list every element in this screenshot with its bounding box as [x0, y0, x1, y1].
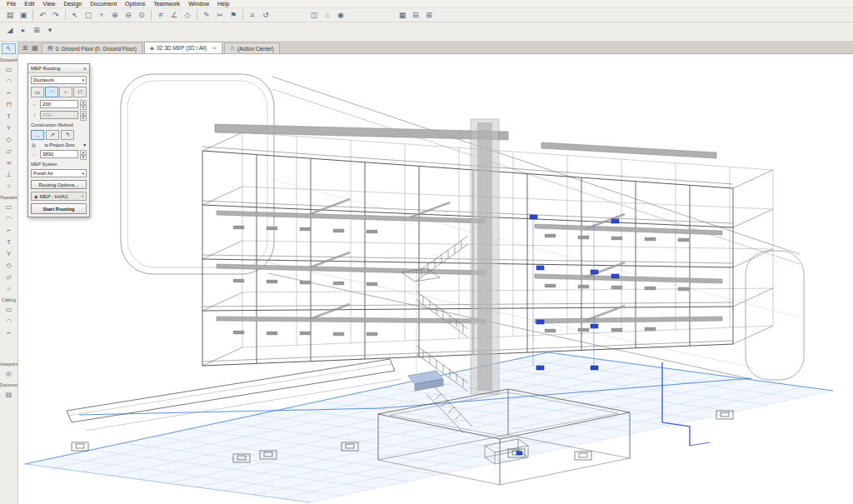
- layers-icon[interactable]: ≡: [246, 9, 259, 21]
- run-icon[interactable]: ▸: [17, 24, 30, 36]
- vertical-method-button[interactable]: ↰: [61, 130, 74, 140]
- toolbox-section-cabling: Cabling ▭ ◠ ⌐: [2, 295, 16, 339]
- pipe-tool-icon[interactable]: ○: [2, 283, 16, 294]
- grid-icon[interactable]: #: [154, 9, 167, 21]
- reference-level-dropdown[interactable]: ◎ to Project Zero ▾: [31, 142, 87, 147]
- cable-tool-icon[interactable]: ▭: [2, 304, 16, 315]
- tab-3d-mep[interactable]: ◈ 02 3D MEP (3D / All) ×: [144, 42, 222, 53]
- duct-width-field[interactable]: 200: [40, 100, 78, 108]
- 3d-view-icon[interactable]: ◉: [334, 9, 347, 21]
- duct-tool-icon[interactable]: ⊥: [2, 169, 16, 180]
- trim-icon[interactable]: ✂: [213, 9, 227, 21]
- menu-options[interactable]: Options: [121, 1, 149, 7]
- corner-marker-icon[interactable]: ◢: [3, 24, 17, 36]
- close-icon[interactable]: ×: [83, 66, 87, 72]
- toolbar-separator: [32, 10, 33, 20]
- element-type-dropdown[interactable]: Ductwork ▾: [31, 76, 87, 84]
- vertical-segment-button[interactable]: ⊓: [73, 87, 87, 97]
- elevation-stepper[interactable]: ▲▼: [80, 150, 87, 158]
- snap-points-icon[interactable]: ◇: [181, 9, 194, 21]
- save-icon[interactable]: ▣: [17, 9, 30, 21]
- mep-hvac-group-row[interactable]: ◈ MEP - HVAC ›: [31, 192, 87, 201]
- panels-icon[interactable]: ◫: [307, 9, 321, 21]
- tab-overview-icon[interactable]: ≣: [20, 42, 30, 52]
- duct-tool-icon[interactable]: ≍: [2, 157, 16, 168]
- pipe-tool-icon[interactable]: ⌐: [2, 225, 16, 236]
- more-options-icon[interactable]: ▾: [43, 24, 57, 36]
- zoom-in-icon[interactable]: ⊕: [108, 9, 122, 21]
- pipe-tool-icon[interactable]: ◠: [2, 213, 16, 224]
- collapse-icon[interactable]: ⊟: [409, 9, 422, 21]
- palette-title-bar[interactable]: MEP Routing ×: [28, 64, 89, 73]
- close-tab-icon[interactable]: ×: [212, 44, 217, 52]
- width-stepper[interactable]: ▲▼: [80, 100, 87, 108]
- inclined-method-button[interactable]: ↗: [46, 130, 59, 140]
- toolbox-label-cabling: Cabling: [2, 297, 16, 302]
- duct-tool-icon[interactable]: Y: [2, 122, 16, 133]
- duct-tool-icon[interactable]: ○: [2, 181, 16, 192]
- menu-document[interactable]: Document: [86, 1, 121, 7]
- mep-system-value: Fresh Air: [33, 171, 53, 176]
- flag-icon[interactable]: ⚑: [227, 9, 240, 21]
- tab-action-center[interactable]: ⚠ (Action Center): [224, 42, 280, 53]
- 3d-viewport[interactable]: MEP Routing × Ductwork ▾ ▭ ◠ ⌐ ⊓: [18, 54, 853, 504]
- mep-system-dropdown[interactable]: Fresh Air ▾: [31, 169, 87, 177]
- guide-lines-icon[interactable]: ∠: [167, 9, 181, 21]
- routing-options-button[interactable]: Routing Options...: [31, 180, 87, 189]
- marquee-icon[interactable]: ▢: [82, 9, 95, 21]
- toolbar-separator: [151, 10, 152, 20]
- duct-tool-icon[interactable]: ◠: [2, 76, 16, 87]
- viewpoint-tool-icon[interactable]: ◎: [2, 368, 16, 379]
- bend-segment-button[interactable]: ⌐: [59, 87, 72, 97]
- duct-tool-icon[interactable]: ⊓: [2, 99, 16, 110]
- toolbox-label-pipework: Pipework: [0, 195, 17, 200]
- duct-tool-icon[interactable]: ◇: [2, 134, 16, 145]
- duct-tool-icon[interactable]: T: [2, 111, 16, 122]
- tab-ground-floor[interactable]: ▤ 0. Ground Floor (0. Ground Floor): [42, 42, 142, 53]
- menu-help[interactable]: Help: [213, 1, 233, 7]
- open-icon[interactable]: ▤: [3, 9, 17, 21]
- arrow-tool[interactable]: ↖: [2, 43, 16, 54]
- tab-label: 0. Ground Floor (0. Ground Floor): [56, 46, 137, 52]
- duct-tool-icon[interactable]: ▱: [2, 146, 16, 157]
- refresh-icon[interactable]: ↺: [259, 9, 272, 21]
- elevation-field[interactable]: 3892: [40, 150, 78, 158]
- pipe-tool-icon[interactable]: Y: [2, 248, 16, 259]
- mini-grid-icon[interactable]: ⊞: [30, 24, 43, 36]
- undo-icon[interactable]: ↶: [36, 9, 49, 21]
- menu-edit[interactable]: Edit: [20, 1, 38, 7]
- start-routing-button[interactable]: Start Routing: [31, 203, 87, 214]
- duct-tool-icon[interactable]: ⌐: [2, 87, 16, 98]
- toolbar-separator: [242, 10, 243, 20]
- pipe-tool-icon[interactable]: ▭: [2, 202, 16, 212]
- expand-icon[interactable]: ⊞: [422, 9, 436, 21]
- straight-segment-button[interactable]: ▭: [31, 87, 44, 97]
- redo-icon[interactable]: ↷: [49, 9, 62, 21]
- schedule-icon[interactable]: ▦: [396, 9, 409, 21]
- navigator-icon[interactable]: ▦: [30, 42, 40, 52]
- toolbox-label-viewpoint: Viewpoint: [0, 362, 17, 367]
- chevron-down-icon: ▾: [83, 142, 86, 147]
- cable-tool-icon[interactable]: ◠: [2, 316, 16, 327]
- pen-icon[interactable]: ✎: [200, 9, 213, 21]
- menu-file[interactable]: File: [2, 1, 20, 7]
- pipe-tool-icon[interactable]: T: [2, 237, 16, 247]
- document-tool-icon[interactable]: ▤: [2, 389, 16, 400]
- select-arrow-icon[interactable]: ↖: [68, 9, 82, 21]
- move-icon[interactable]: +: [95, 9, 108, 21]
- zoom-out-icon[interactable]: ⊖: [122, 9, 135, 21]
- rise-segment-button[interactable]: ◠: [45, 87, 58, 97]
- horizontal-method-button[interactable]: →: [31, 130, 44, 140]
- fit-view-icon[interactable]: ⊙: [135, 9, 148, 21]
- cable-tool-icon[interactable]: ⌐: [2, 327, 16, 338]
- menu-teamwork[interactable]: Teamwork: [149, 1, 184, 7]
- menu-window[interactable]: Window: [184, 1, 213, 7]
- home-story-icon[interactable]: ⌂: [321, 9, 334, 21]
- tab-label: (Action Center): [237, 46, 274, 52]
- menu-design[interactable]: Design: [59, 1, 86, 7]
- pipe-tool-icon[interactable]: ◇: [2, 260, 16, 271]
- duct-tool-icon[interactable]: ▭: [2, 64, 16, 75]
- menu-view[interactable]: View: [38, 1, 59, 7]
- pipe-tool-icon[interactable]: ▱: [2, 272, 16, 282]
- main-area: ↖ Ductwork ▭ ◠ ⌐ ⊓ T Y ◇ ▱ ≍ ⊥ ○ Pipewor…: [0, 42, 853, 504]
